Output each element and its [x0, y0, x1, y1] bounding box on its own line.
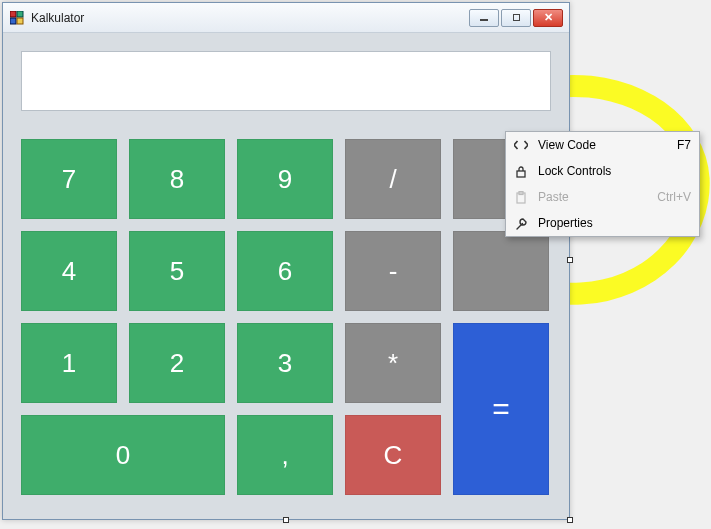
- menu-item-view-code[interactable]: View Code F7: [506, 132, 699, 158]
- resize-handle-bottom[interactable]: [283, 517, 289, 523]
- close-button[interactable]: ✕: [533, 9, 563, 27]
- client-area: 7 8 9 / 4 5 6 - 1 2 3 * = 0 , C: [3, 33, 569, 513]
- key-divide[interactable]: /: [345, 139, 441, 219]
- titlebar[interactable]: Kalkulator ✕: [3, 3, 569, 33]
- svg-rect-1: [17, 11, 23, 17]
- close-icon: ✕: [544, 11, 553, 24]
- key-8[interactable]: 8: [129, 139, 225, 219]
- minimize-button[interactable]: [469, 9, 499, 27]
- key-7[interactable]: 7: [21, 139, 117, 219]
- menu-label: View Code: [538, 138, 669, 152]
- key-equals[interactable]: =: [453, 323, 549, 495]
- window-title: Kalkulator: [31, 11, 469, 25]
- key-multiply[interactable]: *: [345, 323, 441, 403]
- code-icon: [512, 139, 530, 151]
- maximize-icon: [513, 14, 520, 21]
- paste-icon: [512, 191, 530, 204]
- menu-shortcut: F7: [677, 138, 691, 152]
- svg-rect-3: [17, 18, 23, 24]
- key-blank-mid[interactable]: [453, 231, 549, 311]
- menu-item-paste: Paste Ctrl+V: [506, 184, 699, 210]
- wrench-icon: [512, 217, 530, 230]
- menu-item-lock-controls[interactable]: Lock Controls: [506, 158, 699, 184]
- context-menu: View Code F7 Lock Controls Paste Ctrl+V …: [505, 131, 700, 237]
- key-0[interactable]: 0: [21, 415, 225, 495]
- maximize-button[interactable]: [501, 9, 531, 27]
- key-clear[interactable]: C: [345, 415, 441, 495]
- minimize-icon: [480, 19, 488, 21]
- menu-label: Lock Controls: [538, 164, 683, 178]
- menu-label: Paste: [538, 190, 649, 204]
- app-icon: [9, 10, 25, 26]
- lock-icon: [512, 165, 530, 178]
- key-3[interactable]: 3: [237, 323, 333, 403]
- calculator-window: Kalkulator ✕ 7 8 9 / 4 5 6 - 1 2 3 * =: [2, 2, 570, 520]
- resize-handle-right[interactable]: [567, 257, 573, 263]
- svg-rect-0: [10, 11, 16, 17]
- keypad: 7 8 9 / 4 5 6 - 1 2 3 * = 0 , C: [21, 139, 551, 495]
- key-2[interactable]: 2: [129, 323, 225, 403]
- menu-item-properties[interactable]: Properties: [506, 210, 699, 236]
- key-comma[interactable]: ,: [237, 415, 333, 495]
- key-9[interactable]: 9: [237, 139, 333, 219]
- key-4[interactable]: 4: [21, 231, 117, 311]
- menu-shortcut: Ctrl+V: [657, 190, 691, 204]
- svg-rect-4: [517, 171, 525, 177]
- display-field[interactable]: [21, 51, 551, 111]
- menu-label: Properties: [538, 216, 683, 230]
- resize-handle-corner[interactable]: [567, 517, 573, 523]
- key-1[interactable]: 1: [21, 323, 117, 403]
- svg-rect-2: [10, 18, 16, 24]
- key-5[interactable]: 5: [129, 231, 225, 311]
- key-6[interactable]: 6: [237, 231, 333, 311]
- window-controls: ✕: [469, 9, 563, 27]
- key-subtract[interactable]: -: [345, 231, 441, 311]
